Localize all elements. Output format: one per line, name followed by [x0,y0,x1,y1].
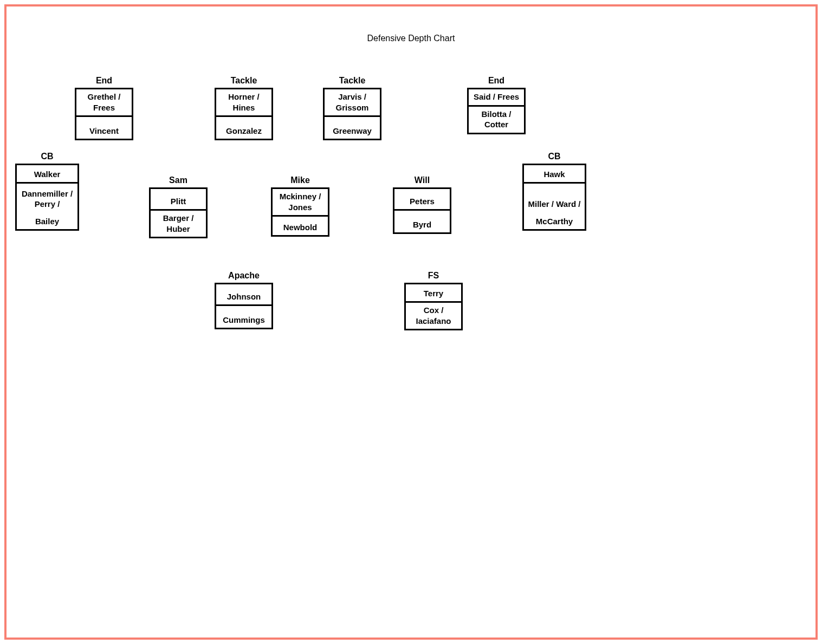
depth-text: Dannemiller / Perry / [19,188,75,210]
position-apache: Apache Johnson Cummings [215,271,273,329]
depth-slot: Plitt [151,189,206,211]
position-tackle-right: Tackle Jarvis / Grissom Greenway [323,76,381,140]
depth-slot: Cummings [216,306,271,328]
position-box: Said / Frees Bilotta / Cotter [467,88,526,134]
position-box: Grethel / Frees Vincent [75,88,133,140]
position-label: Mike [271,175,329,187]
position-mike: Mike Mckinney / Jones Newbold [271,175,329,237]
depth-slot: Newbold [273,217,328,235]
position-label: Will [393,175,451,187]
position-label: FS [404,271,463,283]
position-box: Jarvis / Grissom Greenway [323,88,381,140]
depth-slot: Grethel / Frees [76,89,132,117]
depth-slot: Terry [406,284,461,303]
depth-text: Bailey [19,216,75,227]
position-fs: FS Terry Cox / Iaciafano [404,271,463,330]
position-cb-right: CB Hawk Miller / Ward / McCarthy [522,152,586,231]
position-box: Johnson Cummings [215,283,273,329]
position-box: Mckinney / Jones Newbold [271,187,329,237]
depth-text: McCarthy [526,216,582,227]
position-will: Will Peters Byrd [393,175,451,234]
depth-slot: Gonzalez [216,117,271,139]
position-box: Horner / Hines Gonzalez [215,88,273,140]
position-box: Walker Dannemiller / Perry / Bailey [15,164,79,231]
page-title: Defensive Depth Chart [0,34,822,43]
depth-slot: Miller / Ward / McCarthy [524,184,585,229]
position-box: Peters Byrd [393,187,451,234]
position-label: Tackle [215,76,273,88]
position-sam: Sam Plitt Barger / Huber [149,175,208,238]
position-label: End [467,76,526,88]
depth-slot: Greenway [325,117,380,139]
position-label: End [75,76,133,88]
depth-slot: Jarvis / Grissom [325,89,380,117]
position-label: Tackle [323,76,381,88]
position-cb-left: CB Walker Dannemiller / Perry / Bailey [15,152,79,231]
depth-slot: Mckinney / Jones [273,189,328,217]
position-label: CB [522,152,586,164]
depth-slot: Cox / Iaciafano [406,303,461,329]
depth-slot: Said / Frees [469,89,524,107]
depth-slot: Barger / Huber [151,211,206,237]
position-label: CB [15,152,79,164]
position-label: Sam [149,175,208,187]
position-end-left: End Grethel / Frees Vincent [75,76,133,140]
depth-slot: Walker [17,165,77,184]
depth-slot: Hawk [524,165,585,184]
position-box: Plitt Barger / Huber [149,187,208,238]
depth-slot: Johnson [216,284,271,306]
position-box: Hawk Miller / Ward / McCarthy [522,164,586,231]
depth-text: Miller / Ward / [526,199,582,210]
position-end-right: End Said / Frees Bilotta / Cotter [467,76,526,134]
depth-slot: Horner / Hines [216,89,271,117]
position-tackle-left: Tackle Horner / Hines Gonzalez [215,76,273,140]
position-box: Terry Cox / Iaciafano [404,283,463,330]
depth-slot: Vincent [76,117,132,139]
depth-slot: Peters [394,189,450,211]
depth-slot: Bilotta / Cotter [469,107,524,133]
depth-slot: Dannemiller / Perry / Bailey [17,184,77,229]
position-label: Apache [215,271,273,283]
depth-slot: Byrd [394,211,450,232]
